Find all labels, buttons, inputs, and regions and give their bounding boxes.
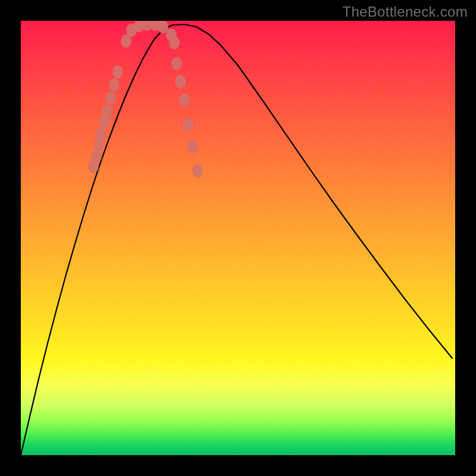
frame: TheBottleneck.com (0, 0, 476, 476)
marker-cluster (88, 21, 203, 177)
marker-dot (171, 57, 182, 70)
marker-dot (179, 94, 190, 107)
curve-path (21, 24, 452, 455)
marker-dot (91, 150, 102, 163)
chart-svg (21, 21, 455, 455)
marker-dot (112, 65, 123, 79)
marker-dot (183, 118, 193, 131)
marker-dot (192, 164, 203, 177)
plot-area (21, 21, 455, 455)
marker-dot (175, 75, 186, 88)
marker-dot (187, 140, 198, 154)
marker-dot (102, 105, 112, 118)
marker-dot (169, 36, 180, 49)
marker-dot (109, 79, 120, 92)
marker-dot (158, 21, 168, 33)
marker-dot (96, 127, 107, 140)
marker-dot (105, 92, 116, 105)
watermark-label: TheBottleneck.com (342, 4, 468, 20)
